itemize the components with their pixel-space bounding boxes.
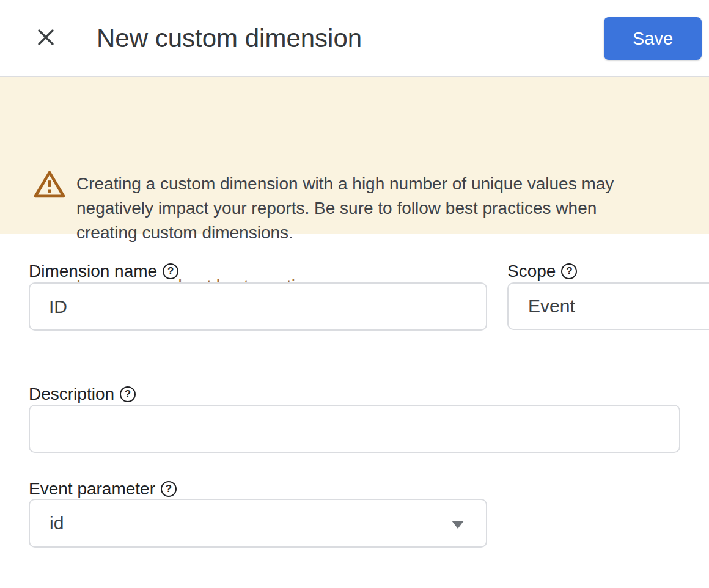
close-button[interactable] [32,23,60,51]
scope-label: Scope ? [507,262,577,281]
warning-message-line: Creating a custom dimension with a high … [76,172,663,196]
event-parameter-label: Event parameter ? [29,479,177,499]
warning-message: Creating a custom dimension with a high … [76,172,663,245]
event-parameter-select[interactable]: id [29,499,487,548]
dimension-name-label-text: Dimension name [29,262,157,281]
scope-select[interactable]: Event [507,282,709,330]
event-parameter-value: id [50,513,64,534]
description-label-text: Description [29,384,114,404]
description-label: Description ? [29,384,136,404]
description-input[interactable] [29,405,680,453]
warning-triangle-icon [33,167,66,200]
scope-value: Event [528,296,575,317]
help-icon[interactable]: ? [163,263,178,279]
help-icon[interactable]: ? [161,481,177,497]
help-icon[interactable]: ? [561,263,577,279]
save-button[interactable]: Save [604,17,702,60]
event-parameter-label-text: Event parameter [29,479,155,499]
warning-message-line: creating custom dimensions. [76,221,663,245]
dimension-name-input[interactable] [29,282,487,331]
dimension-name-label: Dimension name ? [29,262,178,281]
chevron-down-icon [452,521,464,529]
scope-label-text: Scope [507,262,556,281]
warning-banner: Creating a custom dimension with a high … [0,77,709,234]
help-icon[interactable]: ? [120,386,136,402]
close-icon [36,28,56,47]
page-title: New custom dimension [97,23,362,54]
warning-message-line: negatively impact your reports. Be sure … [76,196,663,221]
